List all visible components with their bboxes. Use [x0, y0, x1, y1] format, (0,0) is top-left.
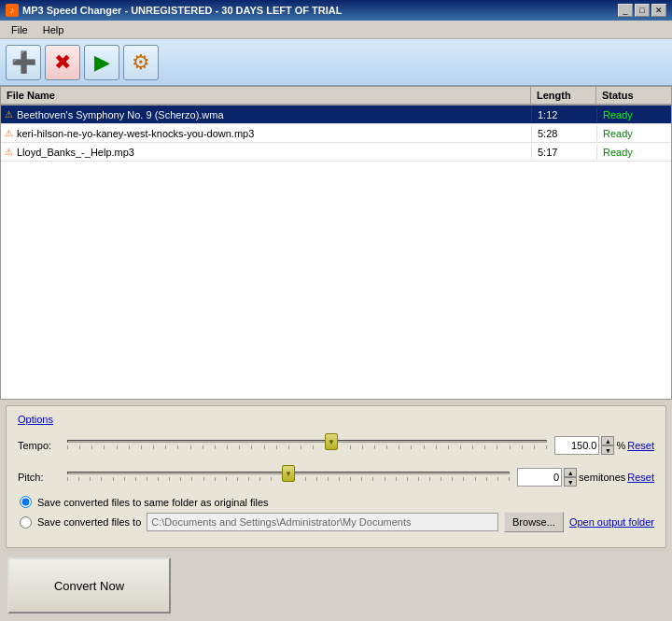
app-icon: ♪: [6, 4, 19, 17]
close-button[interactable]: ✕: [651, 4, 666, 17]
save-custom-folder-label: Save converted files to: [37, 516, 141, 528]
options-title: Options: [18, 414, 654, 425]
col-status-header: Status: [596, 87, 671, 104]
convert-now-button[interactable]: Convert Now: [7, 557, 171, 614]
col-filename-header: File Name: [1, 87, 531, 104]
menu-bar: File Help: [0, 21, 672, 39]
pitch-slider-track[interactable]: [67, 472, 510, 474]
add-button[interactable]: ➕: [6, 45, 41, 80]
table-row[interactable]: ⚠ Lloyd_Banks_-_Help.mp3 5:17 Ready: [1, 143, 671, 162]
save-custom-folder-radio[interactable]: [20, 516, 32, 529]
warning-icon: ⚠: [5, 128, 13, 138]
menu-file[interactable]: File: [4, 22, 35, 36]
toolbar: ➕ ✖ ▶ ⚙: [0, 39, 672, 86]
tempo-spin-up[interactable]: ▲: [601, 436, 614, 445]
file-name-text: Lloyd_Banks_-_Help.mp3: [17, 147, 134, 158]
menu-help[interactable]: Help: [35, 22, 72, 36]
save-option-2-row: Save converted files to Browse... Open o…: [18, 512, 654, 532]
save-same-folder-radio[interactable]: [20, 496, 32, 508]
pitch-value-input[interactable]: [517, 468, 562, 487]
file-length-cell: 5:17: [531, 145, 596, 160]
pitch-reset[interactable]: Reset: [627, 472, 654, 483]
file-length-cell: 5:28: [531, 126, 596, 141]
tempo-slider-container[interactable]: [67, 432, 547, 459]
tempo-spinner: ▲ ▼: [601, 436, 614, 455]
file-list-container: File Name Length Status ⚠ Beethoven's Sy…: [0, 86, 672, 400]
tempo-reset[interactable]: Reset: [627, 440, 654, 451]
pitch-label: Pitch:: [18, 472, 60, 483]
title-bar: ♪ MP3 Speed Changer - UNREGISTERED - 30 …: [0, 0, 672, 21]
tempo-row: Tempo:: [18, 432, 654, 459]
table-row[interactable]: ⚠ Beethoven's Symphony No. 9 (Scherzo).w…: [1, 106, 671, 124]
pitch-value-group: ▲ ▼ semitones Reset: [517, 468, 654, 487]
pitch-slider-thumb[interactable]: [282, 465, 295, 482]
file-status-cell: Ready: [596, 126, 671, 141]
file-status-cell: Ready: [596, 145, 671, 160]
pitch-unit: semitones: [579, 472, 625, 483]
open-output-folder-link[interactable]: Open output folder: [569, 516, 654, 528]
file-name-cell: ⚠ keri-hilson-ne-yo-kaney-west-knocks-yo…: [1, 126, 531, 141]
minimize-button[interactable]: _: [618, 4, 633, 17]
main-content: File Name Length Status ⚠ Beethoven's Sy…: [0, 86, 672, 621]
file-name-cell: ⚠ Beethoven's Symphony No. 9 (Scherzo).w…: [1, 107, 531, 122]
tempo-slider-ticks: [67, 445, 547, 451]
tempo-unit: %: [616, 440, 625, 451]
file-list-header: File Name Length Status: [1, 87, 671, 106]
bottom-section: Convert Now: [0, 554, 672, 621]
remove-button[interactable]: ✖: [45, 45, 80, 80]
options-panel: Options Tempo:: [6, 405, 666, 548]
tempo-spin-down[interactable]: ▼: [601, 445, 614, 455]
browse-button[interactable]: Browse...: [504, 512, 564, 532]
empty-list-area: [1, 162, 671, 348]
save-same-folder-label: Save converted files to same folder as o…: [37, 497, 269, 508]
pitch-spin-down[interactable]: ▼: [564, 477, 577, 487]
window-controls: _ □ ✕: [618, 4, 666, 17]
tempo-value-input[interactable]: [554, 436, 599, 455]
output-path-input[interactable]: [147, 513, 498, 531]
tempo-slider-track[interactable]: [67, 440, 547, 443]
settings-button[interactable]: ⚙: [123, 45, 159, 80]
file-name-cell: ⚠ Lloyd_Banks_-_Help.mp3: [1, 145, 531, 160]
warning-icon: ⚠: [5, 109, 13, 120]
warning-icon: ⚠: [5, 147, 13, 157]
tempo-label: Tempo:: [18, 440, 60, 451]
pitch-spin-up[interactable]: ▲: [564, 468, 577, 477]
play-button[interactable]: ▶: [84, 45, 119, 80]
file-length-cell: 1:12: [531, 107, 596, 122]
file-status-cell: Ready: [596, 107, 671, 122]
title-text: MP3 Speed Changer - UNREGISTERED - 30 DA…: [22, 5, 342, 16]
pitch-spinner: ▲ ▼: [564, 468, 577, 487]
save-option-1-row: Save converted files to same folder as o…: [18, 496, 654, 508]
file-name-text: Beethoven's Symphony No. 9 (Scherzo).wma: [17, 109, 224, 120]
table-row[interactable]: ⚠ keri-hilson-ne-yo-kaney-west-knocks-yo…: [1, 124, 671, 143]
col-length-header: Length: [531, 87, 596, 104]
tempo-value-group: ▲ ▼ % Reset: [554, 436, 654, 455]
pitch-row: Pitch:: [18, 464, 654, 490]
maximize-button[interactable]: □: [635, 4, 650, 17]
file-name-text: keri-hilson-ne-yo-kaney-west-knocks-you-…: [17, 128, 254, 139]
pitch-slider-container[interactable]: [67, 464, 510, 490]
tempo-slider-thumb[interactable]: [325, 433, 338, 450]
